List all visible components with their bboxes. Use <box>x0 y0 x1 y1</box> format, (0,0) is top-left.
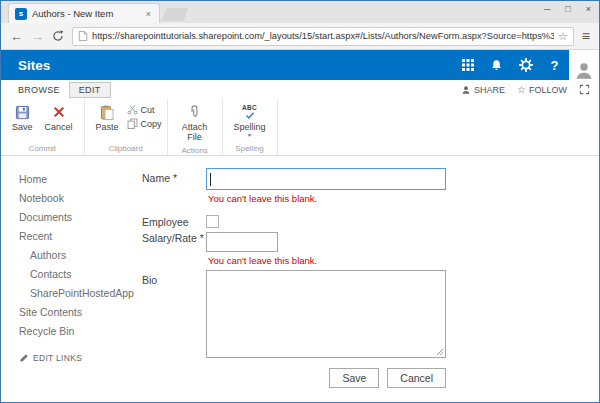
spelling-dropdown-icon: ▼ <box>247 133 252 138</box>
maximize-button[interactable]: □ <box>565 4 570 14</box>
ribbon-paste-button[interactable]: Paste <box>90 101 125 134</box>
sharepoint-favicon-icon: s <box>15 8 27 20</box>
new-item-form: Name * You can't leave this blank. Emplo… <box>134 156 599 402</box>
group-label-commit: Commit <box>6 143 79 155</box>
form-buttons: Save Cancel <box>206 368 446 388</box>
app-launcher-icon[interactable] <box>453 50 482 80</box>
copy-label: Copy <box>141 119 162 129</box>
url-text[interactable]: https://sharepointtutorials.sharepoint.c… <box>92 31 554 41</box>
share-person-icon <box>461 85 471 95</box>
spelling-abc-icon: ABC <box>242 103 257 121</box>
follow-label: FOLLOW <box>529 85 567 95</box>
ribbon-group-spelling: ABC Spelling ▼ Spelling <box>223 99 278 155</box>
paste-clipboard-icon <box>99 103 115 121</box>
share-button[interactable]: SHARE <box>461 85 505 95</box>
edit-links-label: EDIT LINKS <box>33 353 82 363</box>
browser-address-bar: ← → https://sharepointtutorials.sharepoi… <box>1 23 599 50</box>
browser-window: s Authors - New Item × ─ □ × ← → <box>0 0 600 403</box>
resize-grip-icon[interactable] <box>436 348 444 356</box>
person-icon <box>574 60 594 80</box>
pencil-icon <box>19 353 29 363</box>
save-floppy-icon <box>15 103 30 121</box>
attach-file-label: Attach File <box>179 122 211 143</box>
ribbon-attach-file-button[interactable]: Attach File <box>173 101 217 145</box>
user-avatar[interactable] <box>569 50 599 80</box>
save-label: Save <box>12 122 33 132</box>
sidebar-item-home[interactable]: Home <box>19 170 134 189</box>
name-input[interactable] <box>206 168 446 190</box>
left-navigation: Home Notebook Documents Recent Authors C… <box>1 156 134 402</box>
ribbon-tab-row: BROWSE EDIT SHARE ☆ FOLLOW <box>1 80 599 99</box>
minimize-button[interactable]: ─ <box>544 4 550 14</box>
ribbon-cancel-button[interactable]: Cancel <box>39 101 79 134</box>
help-icon[interactable]: ? <box>540 50 569 80</box>
suite-bar-icons: ? <box>453 50 599 80</box>
new-tab-button[interactable] <box>162 8 189 21</box>
bio-field-row: Bio <box>142 270 589 358</box>
sidebar-item-recycle-bin[interactable]: Recycle Bin <box>19 322 134 341</box>
sidebar-item-notebook[interactable]: Notebook <box>19 189 134 208</box>
salary-validation-error: You can't leave this blank. <box>208 255 317 266</box>
employee-checkbox[interactable] <box>206 215 219 228</box>
browser-menu-icon[interactable]: ≡ <box>582 28 590 44</box>
group-label-spelling: Spelling <box>228 143 272 155</box>
close-button[interactable]: × <box>586 4 591 14</box>
employee-field-label: Employee <box>142 212 206 228</box>
ribbon-spelling-button[interactable]: ABC Spelling ▼ <box>228 101 272 140</box>
paste-label: Paste <box>96 122 119 132</box>
bio-field-label: Bio <box>142 270 206 286</box>
sidebar-item-sharepointhostedapp[interactable]: SharePointHostedApp <box>19 284 134 303</box>
address-input[interactable]: https://sharepointtutorials.sharepoint.c… <box>72 27 574 46</box>
ribbon-group-commit: Save Cancel Commit <box>1 99 85 155</box>
salary-field-row: Salary/Rate * You can't leave this blank… <box>142 228 589 268</box>
focus-on-content-button[interactable] <box>579 84 590 95</box>
notifications-bell-icon[interactable] <box>482 50 511 80</box>
name-validation-error: You can't leave this blank. <box>208 193 446 204</box>
sidebar-item-documents[interactable]: Documents <box>19 208 134 227</box>
text-caret <box>210 173 211 186</box>
cut-label: Cut <box>141 105 155 115</box>
ribbon-save-button[interactable]: Save <box>6 101 39 134</box>
tab-close-icon[interactable]: × <box>144 9 153 19</box>
group-label-clipboard: Clipboard <box>90 143 162 155</box>
settings-gear-icon[interactable] <box>511 50 540 80</box>
page-icon <box>78 30 88 42</box>
share-label: SHARE <box>474 85 505 95</box>
salary-field-label: Salary/Rate * <box>142 228 206 244</box>
salary-input[interactable] <box>206 232 278 252</box>
browser-tab[interactable]: s Authors - New Item × <box>8 3 160 23</box>
cut-scissors-icon <box>127 104 138 115</box>
sidebar-item-authors[interactable]: Authors <box>19 246 134 265</box>
ribbon-group-clipboard: Paste Cut Cop <box>85 99 168 155</box>
page-content: Home Notebook Documents Recent Authors C… <box>1 156 599 402</box>
ribbon-cut-button[interactable]: Cut <box>127 104 162 115</box>
attach-paperclip-icon <box>188 103 201 121</box>
ribbon-tab-edit[interactable]: EDIT <box>69 82 111 98</box>
form-cancel-button[interactable]: Cancel <box>387 368 446 388</box>
ribbon-filler <box>278 99 599 155</box>
refresh-button[interactable] <box>52 30 64 42</box>
ribbon-group-actions: Attach File Actions <box>168 99 223 155</box>
name-field-label: Name * <box>142 168 206 184</box>
bio-textarea[interactable] <box>206 270 446 358</box>
forward-button[interactable]: → <box>31 30 44 43</box>
sidebar-item-site-contents[interactable]: Site Contents <box>19 303 134 322</box>
bookmark-star-icon[interactable]: ☆ <box>558 30 568 43</box>
sidebar-item-contacts[interactable]: Contacts <box>19 265 134 284</box>
refresh-icon <box>52 30 64 42</box>
browser-tab-strip: s Authors - New Item × ─ □ × <box>1 1 599 23</box>
copy-icon <box>127 118 138 129</box>
follow-button[interactable]: ☆ FOLLOW <box>517 84 567 95</box>
back-button[interactable]: ← <box>10 30 23 43</box>
window-controls: ─ □ × <box>544 4 591 14</box>
name-field-row: Name * You can't leave this blank. <box>142 168 589 206</box>
ribbon-copy-button[interactable]: Copy <box>127 118 162 129</box>
edit-links-button[interactable]: EDIT LINKS <box>19 353 134 363</box>
cancel-label: Cancel <box>45 122 73 132</box>
ribbon-tab-browse[interactable]: BROWSE <box>9 83 69 97</box>
focus-on-content-icon <box>579 84 590 95</box>
suite-bar-title[interactable]: Sites <box>18 58 50 73</box>
sidebar-item-recent[interactable]: Recent <box>19 227 134 246</box>
form-save-button[interactable]: Save <box>329 368 379 388</box>
ribbon-command-area: Save Cancel Commit <box>1 99 599 156</box>
